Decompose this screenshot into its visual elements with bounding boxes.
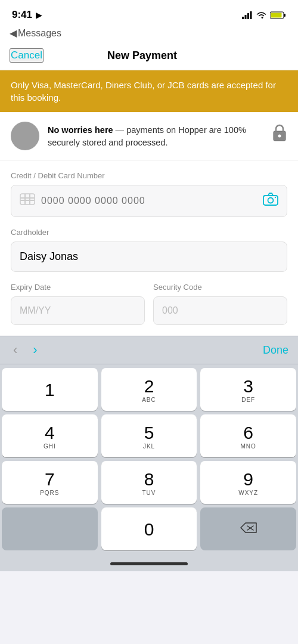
key-number-5: 5 xyxy=(144,424,154,442)
security-text: No worries here — payments on Hopper are… xyxy=(48,122,263,149)
svg-rect-13 xyxy=(20,200,35,201)
toolbar-nav: ‹ › xyxy=(10,341,263,359)
nav-bar: Cancel New Payment xyxy=(0,44,298,70)
svg-point-8 xyxy=(278,135,281,138)
security-code-field[interactable]: 000 xyxy=(153,296,287,325)
key-9[interactable]: 9WXYZ xyxy=(200,461,296,504)
card-number-input[interactable] xyxy=(41,196,257,206)
svg-point-16 xyxy=(275,197,276,198)
messages-nav[interactable]: ◀ Messages xyxy=(0,26,298,44)
key-5[interactable]: 5JKL xyxy=(101,414,197,457)
signal-icon xyxy=(242,11,253,19)
warning-banner: Only Visa, MasterCard, Diners Club, or J… xyxy=(0,70,298,112)
numeric-keyboard: 12ABC3DEF4GHI5JKL6MNO7PQRS8TUV9WXYZ0 xyxy=(0,364,298,554)
key-empty xyxy=(2,507,98,550)
svg-rect-9 xyxy=(20,194,35,205)
cardholder-label: Cardholder xyxy=(11,217,287,242)
key-letters-8: TUV xyxy=(142,490,156,496)
key-number-6: 6 xyxy=(243,424,253,442)
key-8[interactable]: 8TUV xyxy=(101,461,197,504)
card-number-field[interactable] xyxy=(11,185,287,217)
security-column: Security Code 000 xyxy=(153,272,287,325)
messages-back-arrow-icon: ◀ xyxy=(10,27,17,39)
key-letters-6: MNO xyxy=(240,443,256,450)
form-section: Credit / Debit Card Number Cardholder Da… xyxy=(0,160,298,336)
battery-icon xyxy=(270,11,286,19)
messages-back-label[interactable]: Messages xyxy=(18,28,61,39)
key-letters-2: ABC xyxy=(142,397,156,403)
svg-rect-0 xyxy=(242,17,244,19)
home-indicator-area xyxy=(0,554,298,571)
cancel-label: Cancel xyxy=(11,49,42,61)
svg-point-15 xyxy=(268,198,274,203)
card-number-label: Credit / Debit Card Number xyxy=(11,160,287,185)
location-arrow-icon: ▶ xyxy=(36,11,42,20)
svg-rect-3 xyxy=(250,11,252,19)
security-text-bold: No worries here xyxy=(48,125,113,135)
key-number-1: 1 xyxy=(45,381,55,399)
expiry-column: Expiry Date MM/YY xyxy=(11,272,145,325)
key-3[interactable]: 3DEF xyxy=(200,368,296,411)
svg-rect-5 xyxy=(284,14,286,17)
key-number-0: 0 xyxy=(144,521,154,538)
key-number-9: 9 xyxy=(243,470,253,488)
cancel-button[interactable]: Cancel xyxy=(10,48,44,63)
key-4[interactable]: 4GHI xyxy=(2,414,98,457)
avatar xyxy=(11,122,39,150)
status-bar: 9:41 ▶ xyxy=(0,0,298,26)
key-delete[interactable] xyxy=(200,507,296,550)
key-0[interactable]: 0 xyxy=(101,507,197,550)
status-icons xyxy=(242,11,286,19)
key-letters-7: PQRS xyxy=(40,490,59,496)
key-number-7: 7 xyxy=(45,470,55,488)
card-chip-icon xyxy=(20,193,35,209)
key-2[interactable]: 2ABC xyxy=(101,368,197,411)
delete-icon xyxy=(240,521,257,538)
keyboard-toolbar: ‹ › Done xyxy=(0,336,298,364)
wifi-icon xyxy=(256,11,266,19)
expiry-label: Expiry Date xyxy=(11,272,145,296)
key-6[interactable]: 6MNO xyxy=(200,414,296,457)
svg-rect-10 xyxy=(24,194,26,205)
svg-rect-6 xyxy=(271,13,282,17)
key-letters-3: DEF xyxy=(241,397,255,403)
key-letters-9: WXYZ xyxy=(238,490,258,496)
status-time: 9:41 ▶ xyxy=(12,9,42,21)
page-title: New Payment xyxy=(107,49,177,62)
toolbar-next-button[interactable]: › xyxy=(29,341,41,359)
toolbar-prev-button[interactable]: ‹ xyxy=(10,341,21,359)
time-label: 9:41 xyxy=(12,9,32,21)
key-number-8: 8 xyxy=(144,470,154,488)
key-number-2: 2 xyxy=(144,377,154,395)
security-section: No worries here — payments on Hopper are… xyxy=(0,112,298,160)
home-indicator-bar xyxy=(110,562,188,565)
keyboard-done-button[interactable]: Done xyxy=(263,344,288,357)
svg-rect-12 xyxy=(20,197,35,199)
svg-rect-1 xyxy=(245,15,247,19)
security-code-label: Security Code xyxy=(153,272,287,296)
camera-icon[interactable] xyxy=(263,193,278,209)
cardholder-field[interactable]: Daisy Jonas xyxy=(11,242,287,272)
key-letters-4: GHI xyxy=(44,443,56,450)
expiry-field[interactable]: MM/YY xyxy=(11,296,145,325)
svg-rect-11 xyxy=(29,194,30,205)
key-7[interactable]: 7PQRS xyxy=(2,461,98,504)
svg-rect-2 xyxy=(247,13,249,19)
warning-message: Only Visa, MasterCard, Diners Club, or J… xyxy=(11,80,276,103)
key-number-3: 3 xyxy=(243,377,253,395)
key-number-4: 4 xyxy=(45,424,55,442)
key-letters-5: JKL xyxy=(143,443,155,450)
key-1[interactable]: 1 xyxy=(2,368,98,411)
lock-icon xyxy=(272,122,287,146)
